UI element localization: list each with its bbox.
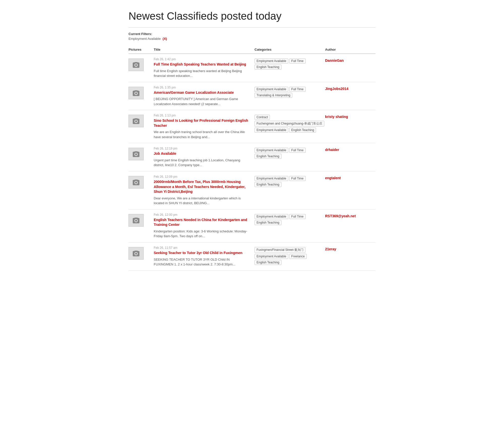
listing-title[interactable]: Full Time English Speaking Teachers Want… [154, 62, 249, 67]
listing-date: Feb 26, 12:00 pm [154, 213, 249, 217]
category-tag[interactable]: English Teaching [255, 260, 281, 265]
listing-author[interactable]: DannieGan [325, 57, 375, 63]
listing-picture [129, 147, 154, 160]
filter-remove-button[interactable]: (X) [163, 37, 167, 41]
listing-date: Feb 26, 11:57 am [154, 246, 249, 250]
listing-picture [129, 57, 154, 71]
table-row: Feb 26, 12:09 pm20000rmb/Month Before Ta… [129, 171, 375, 209]
page-container: Newest Classifieds posted today Current … [113, 0, 391, 281]
listing-author[interactable]: engtalent [325, 175, 375, 180]
listing-picture [129, 213, 154, 227]
category-tag[interactable]: Freelance [289, 254, 307, 259]
listing-content: Feb 26, 12:09 pm20000rmb/Month Before Ta… [154, 175, 255, 206]
category-tag[interactable]: Full Time [289, 148, 306, 153]
category-tag[interactable]: Full Time [289, 214, 306, 219]
camera-icon [129, 115, 144, 127]
listing-date: Feb 26, 12:19 pm [154, 147, 249, 150]
listing-picture [129, 246, 154, 260]
category-tag[interactable]: English Teaching [255, 220, 281, 225]
listing-categories: Fuxingmen/Financial Street-复兴门Employment… [255, 246, 325, 265]
listing-title[interactable]: American/German Game Localization Associ… [154, 90, 249, 95]
listing-picture [129, 175, 154, 189]
listing-categories: Employment AvailableFull TimeEnglish Tea… [255, 175, 325, 187]
listing-categories: Employment AvailableFull TimeEnglish Tea… [255, 147, 325, 159]
category-tag[interactable]: Employment Available [255, 148, 288, 153]
table-row: Feb 26, 1:35 pmAmerican/German Game Loca… [129, 82, 375, 110]
col-pictures: Pictures [129, 48, 154, 51]
listing-content: Feb 26, 12:19 pmJob AvailableUrgent part… [154, 147, 255, 168]
listing-description: Dear everyone, We are a international ki… [154, 196, 249, 206]
category-tag[interactable]: Employment Available [255, 128, 288, 133]
listing-title[interactable]: English Teachers Needed in China for Kin… [154, 218, 249, 227]
listing-description: We are an English traning school branch … [154, 130, 249, 139]
listing-description: Full time English speaking teachers want… [154, 69, 249, 78]
table-row: Feb 26, 12:00 pmEnglish Teachers Needed … [129, 209, 375, 242]
listing-picture [129, 114, 154, 127]
listing-title[interactable]: 20000rmb/Month Before Tax, Plus 3000rmb … [154, 179, 249, 194]
camera-icon [129, 247, 144, 260]
category-tag[interactable]: English Teaching [255, 154, 281, 159]
listing-description: Urgent part time English teaching job 1.… [154, 158, 249, 168]
listing-content: Feb 26, 1:35 pmAmerican/German Game Loca… [154, 86, 255, 107]
listing-title[interactable]: Seeking Teacher to Tutor 3yr Old Child i… [154, 251, 249, 256]
category-tag[interactable]: Full Time [289, 58, 306, 64]
page-title: Newest Classifieds posted today [129, 10, 375, 22]
filter-text: Employment Available [129, 37, 161, 41]
listing-title[interactable]: Sino School Is Looking for Professional … [154, 118, 249, 128]
listing-date: Feb 26, 12:09 pm [154, 175, 249, 178]
listing-description: [ BEIJING OPPORTUNITY ] American and Ger… [154, 97, 249, 106]
active-filter: Employment Available (X) [129, 37, 375, 41]
listing-date: Feb 26, 1:42 pm [154, 57, 249, 61]
listing-categories: Employment AvailableFull TimeTranslating… [255, 86, 325, 98]
listing-date: Feb 26, 1:35 pm [154, 86, 249, 89]
table-row: Feb 26, 1:42 pmFull Time English Speakin… [129, 54, 375, 82]
filters-label: Current Filters: [129, 32, 375, 36]
col-categories: Categories [255, 48, 325, 51]
listing-author[interactable]: JingJobs2014 [325, 86, 375, 91]
category-tag[interactable]: Full Time [289, 87, 306, 92]
listing-content: Feb 26, 12:00 pmEnglish Teachers Needed … [154, 213, 255, 239]
category-tag[interactable]: Employment Available [255, 254, 288, 259]
category-tag[interactable]: Employment Available [255, 176, 288, 181]
category-tag[interactable]: Translating & Interpreting [255, 93, 292, 98]
filters-section: Current Filters: Employment Available (X… [129, 32, 375, 41]
category-tag[interactable]: English Teaching [255, 65, 281, 70]
category-tag[interactable]: Full Time [289, 176, 306, 181]
category-tag[interactable]: English Teaching [289, 128, 316, 133]
listing-author[interactable]: drhaider [325, 147, 375, 152]
category-tag[interactable]: Fuchengmen and Chegongzhuang-阜成门车公庄 [255, 121, 324, 127]
listings-container: Feb 26, 1:42 pmFull Time English Speakin… [129, 54, 375, 271]
listing-categories: Employment AvailableFull TimeEnglish Tea… [255, 213, 325, 225]
listing-description: SEEKING TEACHER TO TUTOR 3YR OLD Child I… [154, 257, 249, 267]
col-author: Author [325, 48, 375, 51]
table-row: Feb 26, 1:13 pmSino School Is Looking fo… [129, 110, 375, 143]
category-tag[interactable]: Contract [255, 115, 270, 120]
category-tag[interactable]: Employment Available [255, 214, 288, 219]
listing-picture [129, 86, 154, 99]
table-header: Pictures Title Categories Author [129, 46, 375, 54]
category-tag[interactable]: Employment Available [255, 87, 288, 92]
listing-date: Feb 26, 1:13 pm [154, 114, 249, 117]
camera-icon [129, 214, 144, 227]
camera-icon [129, 87, 144, 99]
listing-author[interactable]: RST369@yeah.net [325, 213, 375, 218]
listing-title[interactable]: Job Available [154, 151, 249, 156]
camera-icon [129, 58, 144, 71]
header-divider [129, 27, 375, 27]
category-tag[interactable]: Employment Available [255, 58, 288, 64]
listing-author[interactable]: kristy shating [325, 114, 375, 119]
col-title: Title [154, 48, 255, 51]
table-row: Feb 26, 11:57 amSeeking Teacher to Tutor… [129, 242, 375, 271]
listing-categories: ContractFuchengmen and Chegongzhuang-阜成门… [255, 114, 325, 133]
listing-author[interactable]: 21eray [325, 246, 375, 251]
listing-content: Feb 26, 1:13 pmSino School Is Looking fo… [154, 114, 255, 139]
listing-content: Feb 26, 1:42 pmFull Time English Speakin… [154, 57, 255, 78]
camera-icon [129, 148, 144, 160]
category-tag[interactable]: Fuxingmen/Financial Street-复兴门 [255, 247, 305, 253]
category-tag[interactable]: English Teaching [255, 182, 281, 187]
listing-categories: Employment AvailableFull TimeEnglish Tea… [255, 57, 325, 70]
listing-content: Feb 26, 11:57 amSeeking Teacher to Tutor… [154, 246, 255, 267]
listing-description: Kindergarten position: Kids age: 3-6 Wor… [154, 229, 249, 239]
table-row: Feb 26, 12:19 pmJob AvailableUrgent part… [129, 143, 375, 171]
camera-icon [129, 176, 144, 189]
